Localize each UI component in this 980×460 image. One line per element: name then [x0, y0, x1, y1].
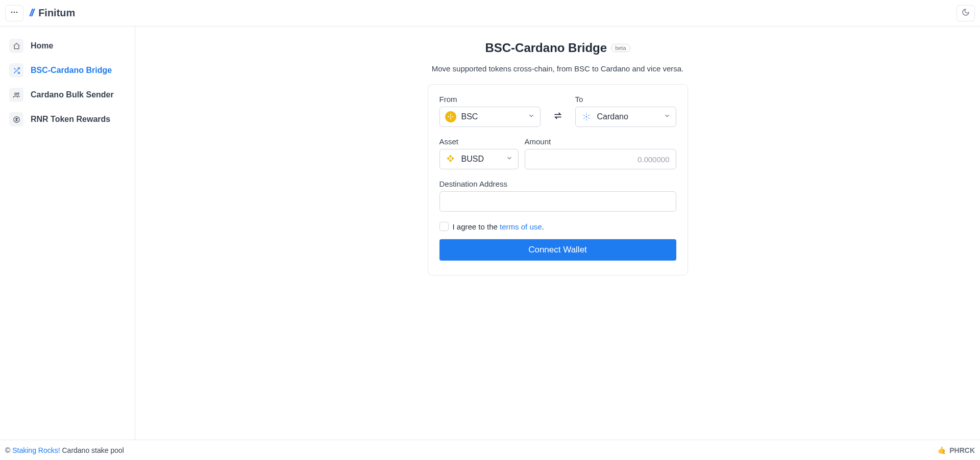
asset-label: Asset: [439, 137, 519, 146]
from-select[interactable]: BSC: [439, 107, 541, 127]
footer-right: 🤙 PHRCK: [938, 446, 975, 454]
chevron-down-icon: [528, 112, 535, 121]
to-label: To: [575, 95, 676, 104]
moon-icon: [962, 8, 970, 18]
from-col: From BSC: [439, 95, 541, 127]
logo-icon: //: [30, 7, 33, 19]
chevron-down-icon: [506, 155, 513, 164]
svg-point-23: [590, 118, 590, 119]
from-value: BSC: [461, 112, 523, 121]
svg-point-16: [583, 118, 584, 119]
svg-point-15: [588, 115, 589, 116]
theme-toggle-button[interactable]: [957, 5, 975, 21]
body: Home BSC-Cardano Bridge Cardano Bulk Sen…: [0, 27, 980, 440]
svg-rect-6: [450, 114, 451, 116]
asset-value: BUSD: [461, 155, 501, 164]
bsc-icon: [445, 111, 456, 122]
footer-left: © Staking Rocks! Cardano stake pool: [5, 446, 124, 454]
svg-point-21: [590, 115, 590, 115]
svg-rect-10: [450, 116, 451, 118]
sidebar-item-label: RNR Token Rewards: [31, 115, 110, 124]
sidebar-item-bulk-sender[interactable]: Cardano Bulk Sender: [5, 84, 130, 106]
pool-ticker: PHRCK: [949, 446, 975, 454]
staking-rocks-link[interactable]: Staking Rocks!: [12, 446, 60, 454]
header-left: // Finitum: [5, 5, 75, 21]
ellipsis-icon: [10, 8, 18, 18]
page-subtitle: Move supported tokens cross-chain, from …: [432, 64, 684, 73]
svg-point-12: [586, 114, 587, 115]
agree-row: I agree to the terms of use.: [439, 222, 676, 231]
svg-rect-27: [451, 157, 454, 160]
terms-link[interactable]: terms of use: [500, 222, 542, 231]
to-value: Cardano: [597, 112, 658, 121]
svg-point-11: [585, 116, 587, 118]
cardano-icon: [581, 111, 592, 122]
sidebar-item-label: Home: [31, 41, 53, 50]
svg-rect-25: [447, 157, 450, 160]
chain-row: From BSC: [439, 95, 676, 127]
svg-rect-9: [452, 116, 453, 118]
sidebar-item-label: BSC-Cardano Bridge: [31, 66, 112, 75]
header: // Finitum: [0, 0, 980, 27]
footer: © Staking Rocks! Cardano stake pool 🤙 PH…: [0, 440, 980, 460]
sidebar-item-label: Cardano Bulk Sender: [31, 90, 114, 99]
busd-icon: [445, 154, 456, 165]
connect-wallet-button[interactable]: Connect Wallet: [439, 239, 676, 261]
svg-point-14: [583, 115, 584, 116]
app-name: Finitum: [38, 7, 75, 19]
shuffle-icon: [9, 63, 23, 78]
chevron-down-icon: [664, 112, 671, 121]
svg-point-18: [586, 113, 586, 113]
svg-rect-7: [450, 118, 451, 120]
svg-rect-26: [449, 159, 452, 162]
agree-checkbox[interactable]: [439, 222, 449, 231]
svg-point-4: [17, 92, 19, 94]
svg-point-2: [16, 12, 18, 13]
from-label: From: [439, 95, 541, 104]
sidebar-item-home[interactable]: Home: [5, 35, 130, 57]
main: BSC-Cardano Bridge beta Move supported t…: [135, 27, 980, 440]
amount-label: Amount: [525, 137, 676, 146]
asset-col: Asset BUSD: [439, 137, 519, 169]
agree-text: I agree to the terms of use.: [453, 222, 544, 231]
users-icon: [9, 88, 23, 102]
svg-rect-24: [449, 155, 452, 158]
svg-point-19: [586, 120, 586, 121]
asset-amount-row: Asset BUSD Amount: [439, 137, 676, 169]
svg-point-1: [14, 12, 15, 13]
brand[interactable]: // Finitum: [30, 7, 75, 19]
page-title: BSC-Cardano Bridge: [485, 41, 607, 55]
svg-point-20: [582, 115, 583, 115]
hand-icon: 🤙: [938, 446, 946, 454]
home-icon: [9, 39, 23, 53]
to-select[interactable]: Cardano: [575, 107, 676, 127]
svg-rect-8: [448, 116, 449, 118]
destination-address-input[interactable]: [439, 191, 676, 212]
svg-point-17: [588, 118, 589, 119]
menu-button[interactable]: [5, 5, 23, 21]
beta-badge: beta: [611, 44, 630, 52]
amount-col: Amount: [525, 137, 676, 169]
swap-icon: [553, 111, 563, 123]
sidebar-item-rewards[interactable]: RNR Token Rewards: [5, 108, 130, 131]
dest-label: Destination Address: [439, 180, 676, 188]
svg-point-22: [582, 118, 583, 119]
svg-point-13: [586, 119, 587, 120]
to-col: To Cardano: [575, 95, 676, 127]
title-row: BSC-Cardano Bridge beta: [485, 41, 630, 55]
swap-button[interactable]: [549, 107, 567, 127]
sidebar-item-bridge[interactable]: BSC-Cardano Bridge: [5, 59, 130, 82]
bridge-card: From BSC: [428, 84, 688, 275]
svg-point-3: [14, 93, 16, 95]
amount-input[interactable]: [525, 149, 676, 169]
sidebar: Home BSC-Cardano Bridge Cardano Bulk Sen…: [0, 27, 135, 440]
asset-select[interactable]: BUSD: [439, 149, 519, 169]
dest-col: Destination Address: [439, 180, 676, 212]
svg-point-0: [11, 12, 13, 13]
dollar-icon: [9, 112, 23, 126]
